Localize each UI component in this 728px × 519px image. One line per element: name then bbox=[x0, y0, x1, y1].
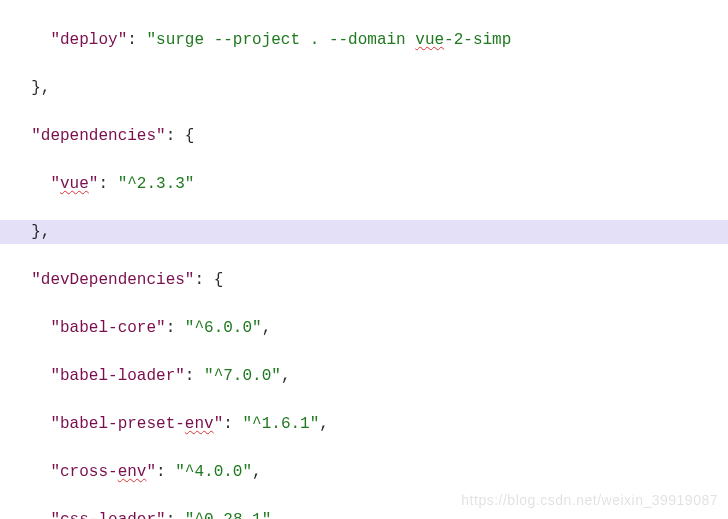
devdependencies-key: devDependencies bbox=[41, 271, 185, 289]
code-line: "dependencies": { bbox=[0, 124, 728, 148]
code-line-highlighted: }, bbox=[0, 220, 728, 244]
code-line: "babel-loader": "^7.0.0", bbox=[0, 364, 728, 388]
vue-key: vue bbox=[60, 175, 89, 193]
code-line: "deploy": "surge --project . --domain vu… bbox=[0, 28, 728, 52]
dependencies-key: dependencies bbox=[41, 127, 156, 145]
code-line: "babel-core": "^6.0.0", bbox=[0, 316, 728, 340]
code-line: "vue": "^2.3.3" bbox=[0, 172, 728, 196]
code-line: "devDependencies": { bbox=[0, 268, 728, 292]
code-block: "deploy": "surge --project . --domain vu… bbox=[0, 0, 728, 519]
watermark: https://blog.csdn.net/weixin_39919087 bbox=[461, 490, 718, 511]
code-line: }, bbox=[0, 76, 728, 100]
code-line: "babel-preset-env": "^1.6.1", bbox=[0, 412, 728, 436]
code-line: "cross-env": "^4.0.0", bbox=[0, 460, 728, 484]
deploy-key: deploy bbox=[60, 31, 118, 49]
